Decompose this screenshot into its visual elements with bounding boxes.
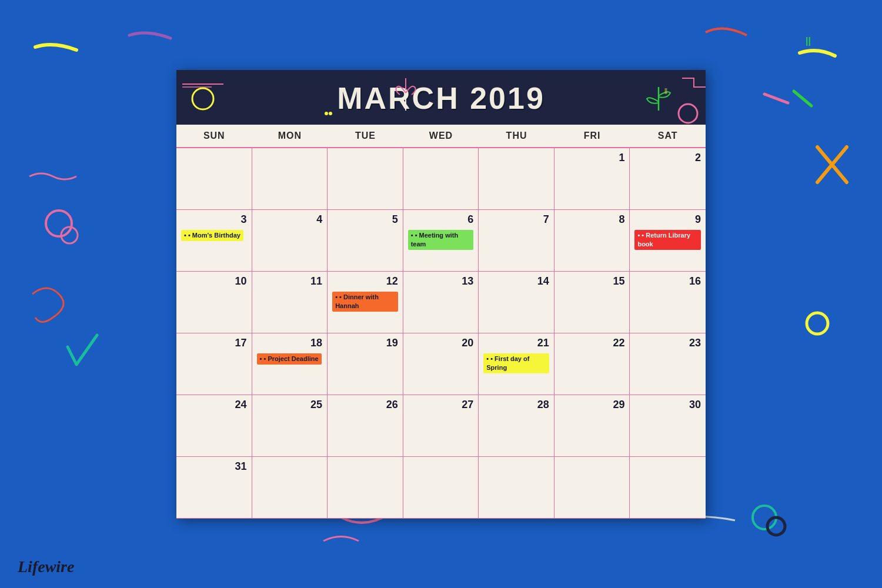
cell-date: 17 [181,337,247,349]
calendar-cell: 28 [479,395,554,457]
calendar-cell: 22 [554,333,630,395]
calendar-container: || MARCH 2019 SUNMONTUEWEDTHUFRISAT 123•… [176,70,706,519]
cell-date: 1 [559,152,625,164]
cell-date: 14 [483,275,549,288]
calendar-cell: 19 [328,333,403,395]
cell-date: 21 [483,337,549,349]
cell-date: 30 [634,399,701,411]
calendar-cell: 10 [176,272,252,333]
day-name-sat: SAT [630,125,706,147]
calendar-cell: 11 [252,272,328,333]
svg-point-8 [325,112,328,115]
cell-date: 22 [559,337,625,349]
calendar-cell: 15 [554,272,630,333]
calendar-cell: 9• Return Library book [630,210,706,272]
day-name-wed: WED [403,125,479,147]
calendar-cell [479,148,554,210]
calendar-cell: 21• First day of Spring [479,333,554,395]
cell-date: 7 [483,213,549,226]
calendar-event[interactable]: • Meeting with team [408,230,474,250]
calendar-cell: 20 [403,333,479,395]
calendar-cell: 25 [252,395,328,457]
calendar-cell [479,457,554,519]
day-name-sun: SUN [176,125,252,147]
cell-date: 20 [408,337,474,349]
calendar-cell [252,457,328,519]
calendar-cell [403,457,479,519]
day-name-fri: FRI [554,125,630,147]
watermark: Lifewire [18,557,74,576]
calendar-cell [328,148,403,210]
calendar-cell [328,457,403,519]
day-name-thu: THU [479,125,554,147]
svg-point-9 [329,112,332,115]
cell-date: 18 [257,337,323,349]
svg-text:||: || [664,88,667,94]
cell-date: 26 [332,399,398,411]
calendar-cell: 27 [403,395,479,457]
day-name-mon: MON [252,125,328,147]
cell-date: 29 [559,399,625,411]
calendar-cell: 7 [479,210,554,272]
cell-date: 27 [408,399,474,411]
cell-date: 4 [257,213,323,226]
calendar-event[interactable]: • Dinner with Hannah [332,292,398,312]
days-header: SUNMONTUEWEDTHUFRISAT [176,125,706,148]
calendar-cell: 30 [630,395,706,457]
calendar-cell: 23 [630,333,706,395]
cell-date: 2 [634,152,701,164]
calendar-cell: 29 [554,395,630,457]
svg-point-6 [192,88,213,109]
calendar-event[interactable]: • Return Library book [634,230,701,250]
cell-date: 12 [332,275,398,288]
svg-point-7 [679,104,697,123]
calendar-cell: 2 [630,148,706,210]
svg-point-3 [807,313,828,334]
cell-date: 28 [483,399,549,411]
cell-date: 24 [181,399,247,411]
calendar-cell: 1 [554,148,630,210]
calendar-cell: 31 [176,457,252,519]
cell-date: 3 [181,213,247,226]
cell-date: 8 [559,213,625,226]
calendar-cell [176,148,252,210]
cell-date: 23 [634,337,701,349]
cell-date: 11 [257,275,323,288]
calendar-cell [403,148,479,210]
svg-text:||: || [806,36,811,46]
calendar-event[interactable]: • Project Deadline [257,353,322,365]
cell-date: 31 [181,460,247,473]
calendar-cell: 18• Project Deadline [252,333,328,395]
cell-date: 9 [634,213,701,226]
cell-date: 16 [634,275,701,288]
cell-date: 15 [559,275,625,288]
calendar-cell: 26 [328,395,403,457]
svg-point-1 [46,211,72,236]
calendar-cell: 13 [403,272,479,333]
svg-point-4 [753,506,776,529]
calendar-cell: 17 [176,333,252,395]
calendar-cell: 12• Dinner with Hannah [328,272,403,333]
cell-date: 13 [408,275,474,288]
svg-point-5 [767,517,785,535]
calendar-cell: 5 [328,210,403,272]
calendar-cell: 24 [176,395,252,457]
calendar-header: || MARCH 2019 [176,70,706,125]
calendar-title: MARCH 2019 [337,81,545,116]
calendar-grid: 123• Mom's Birthday456• Meeting with tea… [176,148,706,519]
day-name-tue: TUE [328,125,403,147]
calendar-cell [252,148,328,210]
cell-date: 5 [332,213,398,226]
calendar-cell [630,457,706,519]
calendar-cell: 4 [252,210,328,272]
calendar-cell: 3• Mom's Birthday [176,210,252,272]
cell-date: 25 [257,399,323,411]
calendar-cell: 14 [479,272,554,333]
calendar-cell [554,457,630,519]
cell-date: 10 [181,275,247,288]
cell-date: 6 [408,213,474,226]
calendar-cell: 8 [554,210,630,272]
svg-point-2 [61,227,78,243]
calendar-event[interactable]: • First day of Spring [483,353,549,374]
calendar-event[interactable]: • Mom's Birthday [181,230,243,241]
